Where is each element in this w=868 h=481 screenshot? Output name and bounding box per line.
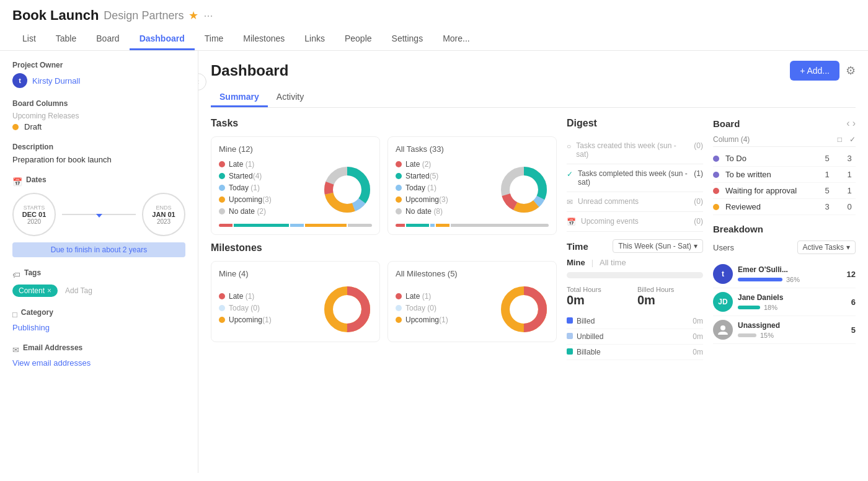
legend-item: Upcoming(1) [396, 316, 492, 324]
time-title: Time [567, 241, 588, 252]
legend-item: No date (8) [396, 207, 492, 216]
tobewritten-count2: 1 [843, 170, 856, 179]
time-tab-alltime[interactable]: All time [600, 258, 626, 267]
legend-item: Today (1) [396, 183, 492, 192]
user-pct-1: 36% [786, 276, 800, 283]
star-icon[interactable]: ★ [188, 9, 198, 22]
end-month: JAN 01 [152, 211, 175, 218]
time-tab-mine[interactable]: Mine [567, 258, 585, 267]
digest-events-count: (0) [694, 217, 703, 226]
category-value[interactable]: Publishing [12, 323, 50, 332]
time-stats: Total Hours 0m Billed Hours 0m [567, 286, 703, 307]
user-bar-3 [738, 333, 756, 337]
nodate-dot [219, 208, 225, 214]
donut-hole [510, 176, 538, 203]
person-icon [717, 324, 729, 336]
board-section: Board ‹ › Column (4) □ ✓ [713, 118, 856, 215]
legend-item: Started(4) [219, 172, 315, 180]
nav-board[interactable]: Board [86, 29, 129, 50]
tasks-milestones-col: Tasks Mine (12) Late (1) [211, 118, 557, 360]
add-button[interactable]: + Add... [790, 61, 839, 81]
digest-completed-label: Tasks completed this week (sun - sat) [578, 169, 689, 187]
tags-label: Tags [24, 268, 41, 277]
user-bar-2 [738, 306, 760, 309]
description-value: Preparation for book launch [12, 155, 185, 164]
nav-milestones[interactable]: Milestones [233, 29, 294, 50]
due-banner: Due to finish in about 2 years [12, 242, 185, 257]
tab-activity[interactable]: Activity [268, 88, 312, 107]
legend-item: Today (0) [219, 304, 315, 312]
reviewed-label: Reviewed [725, 202, 761, 211]
todo-count2: 3 [843, 154, 856, 163]
started-dot [396, 173, 402, 179]
svg-point-14 [720, 325, 725, 330]
mine-milestones-donut: Late (1) Today (0) Upcoming(1) [219, 285, 372, 334]
nav-dashboard[interactable]: Dashboard [130, 29, 195, 50]
tags-section: 🏷 Tags Content × Add Tag [12, 268, 185, 297]
todo-count1: 5 [821, 154, 833, 163]
tab-summary[interactable]: Summary [211, 88, 268, 107]
tag-remove[interactable]: × [47, 286, 51, 295]
board-columns-label: Board Columns [12, 99, 185, 108]
legend-item: No date (2) [219, 207, 315, 216]
all-tasks-label: All Tasks (33) [396, 144, 549, 154]
calendar-icon: 📅 [12, 177, 22, 187]
user-bar-row-3: 15% [738, 332, 846, 339]
user-info-1: Emer O'Sulli... 36% [738, 265, 842, 283]
board-header: Board ‹ › [713, 118, 856, 129]
waiting-count2: 1 [843, 186, 856, 195]
board-prev-btn[interactable]: ‹ [846, 118, 849, 129]
email-link[interactable]: View email addresses [12, 358, 91, 368]
all-milestones-donut: Late (1) Today (0) Upcoming(1) [396, 285, 549, 334]
breakdown-user-2: JD Jane Daniels 18% 6 [713, 288, 856, 316]
sidebar: Project Owner t Kirsty Durnall Board Col… [0, 51, 198, 473]
legend-item: Today (1) [219, 183, 315, 192]
avatar: t [12, 73, 27, 88]
digest-item-created: ○ Tasks created this week (sun - sat) (0… [567, 136, 703, 164]
collapse-sidebar-btn[interactable]: ‹ [198, 73, 206, 90]
breakdown-filter-btn[interactable]: Active Tasks ▾ [797, 240, 856, 254]
unbilled-dot [567, 333, 573, 339]
donut-hole [334, 296, 361, 323]
owner-name[interactable]: Kirsty Durnall [32, 76, 80, 86]
waiting-dot [713, 188, 719, 194]
nav-more[interactable]: More... [433, 29, 480, 50]
breakdown-filter-label: Active Tasks [803, 243, 844, 252]
board-next-btn[interactable]: › [852, 118, 856, 129]
nav-people[interactable]: People [335, 29, 382, 50]
upcoming-dot [219, 196, 225, 203]
add-tag[interactable]: Add Tag [65, 286, 92, 295]
nav-links[interactable]: Links [294, 29, 335, 50]
billed-hours-stat: Billed Hours 0m [637, 286, 703, 307]
billable-row: Billable 0m [567, 345, 703, 360]
email-label: Email Addresses [23, 343, 82, 352]
main: Project Owner t Kirsty Durnall Board Col… [0, 51, 868, 473]
late-dot [219, 161, 225, 167]
time-header: Time This Week (Sun - Sat) ▾ [567, 239, 703, 253]
end-year: 2023 [157, 218, 170, 225]
user-avatar-1: t [713, 264, 733, 284]
more-dots[interactable]: ··· [203, 9, 213, 22]
user-pct-2: 18% [764, 304, 777, 311]
checked-icon: ✓ [849, 135, 856, 144]
nav-table[interactable]: Table [46, 29, 86, 50]
dashboard-header: Dashboard + Add... ⚙ [211, 61, 856, 81]
tobewritten-counts: 1 1 [821, 170, 856, 179]
time-section: Time This Week (Sun - Sat) ▾ Mine | All … [567, 239, 703, 360]
nav-time[interactable]: Time [195, 29, 234, 50]
gear-button[interactable]: ⚙ [846, 64, 856, 77]
start-label: Starts [24, 205, 45, 211]
email-icon: ✉ [12, 345, 19, 355]
description-section: Description Preparation for book launch [12, 143, 185, 164]
category-section: □ Category Publishing [12, 308, 185, 332]
legend-item: Late (1) [219, 292, 315, 301]
nav-settings[interactable]: Settings [382, 29, 433, 50]
time-filter-btn[interactable]: This Week (Sun - Sat) ▾ [613, 239, 703, 253]
time-tabs: Mine | All time [567, 258, 703, 267]
user-avatar-2: JD [713, 292, 733, 312]
user-pct-3: 15% [760, 332, 774, 339]
digest-completed-count: (1) [694, 169, 703, 178]
waiting-count1: 5 [821, 186, 833, 195]
nav-list[interactable]: List [12, 29, 46, 50]
legend-item: Upcoming(1) [219, 316, 315, 324]
